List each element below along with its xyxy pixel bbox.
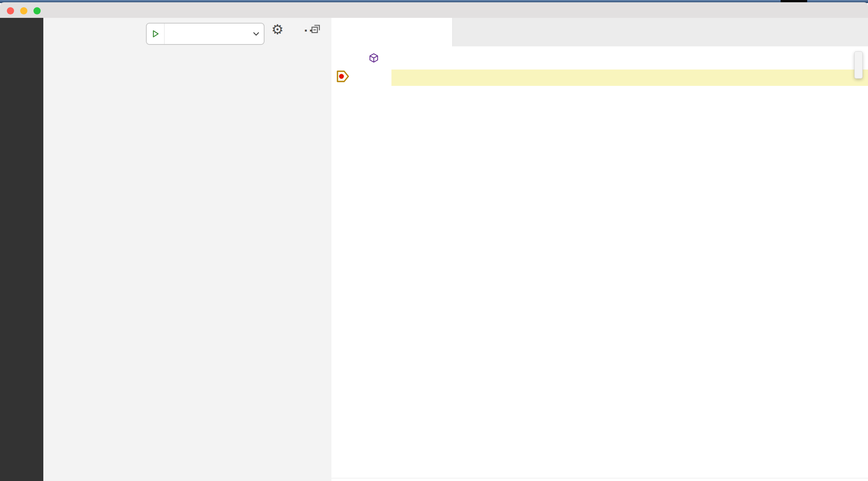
editor-bottom-divider bbox=[331, 478, 868, 478]
titlebar bbox=[0, 2, 868, 18]
tab-bar bbox=[331, 18, 868, 46]
debug-sidebar: ⚙ ··· bbox=[43, 18, 332, 481]
launch-config-dropdown[interactable] bbox=[146, 23, 265, 45]
start-debug-icon[interactable] bbox=[147, 24, 165, 44]
tab-handler-py[interactable] bbox=[331, 18, 453, 46]
workbench: ⚙ ··· bbox=[0, 18, 868, 481]
sidebar-header: ⚙ ··· bbox=[43, 18, 331, 46]
collapse-all-icon[interactable] bbox=[310, 23, 322, 35]
traffic-light-close[interactable] bbox=[7, 7, 14, 14]
activity-bar bbox=[0, 18, 43, 481]
current-line-highlight bbox=[391, 70, 868, 86]
traffic-light-minimize[interactable] bbox=[20, 7, 27, 14]
breakpoint-current-line-icon[interactable] bbox=[335, 70, 350, 83]
python-file-icon bbox=[343, 53, 353, 63]
code-editor[interactable] bbox=[331, 70, 868, 481]
traffic-light-maximize[interactable] bbox=[33, 7, 41, 14]
breadcrumb bbox=[331, 46, 868, 70]
chevron-down-icon bbox=[249, 30, 264, 38]
symbol-method-icon bbox=[369, 53, 379, 63]
python-file-icon bbox=[341, 26, 353, 38]
vscode-window: ⚙ ··· bbox=[0, 0, 868, 481]
editor-group bbox=[331, 18, 868, 481]
debug-toolbar bbox=[854, 51, 863, 79]
gear-icon[interactable]: ⚙ bbox=[271, 22, 284, 38]
